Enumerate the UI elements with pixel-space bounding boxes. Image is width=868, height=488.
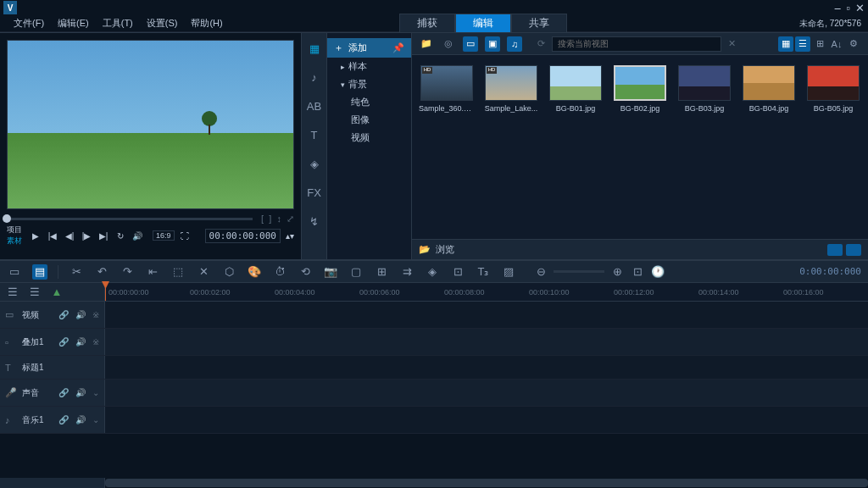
view-thumb-icon[interactable]: ▦ (778, 36, 793, 52)
fit-icon[interactable]: ⊡ (630, 264, 645, 280)
track-title-header[interactable]: T 标题1 (0, 356, 105, 379)
volume-button[interactable]: 🔊 (131, 229, 144, 242)
category-transition-icon[interactable]: AB (306, 97, 323, 114)
goto-start-button[interactable]: |◀ (46, 229, 59, 242)
import-folder-icon[interactable]: 📁 (419, 36, 434, 52)
prev-frame-button[interactable]: ◀| (63, 229, 76, 242)
timeline-view-icon[interactable]: ▤ (32, 264, 47, 280)
crop-icon[interactable]: ⊞ (374, 264, 389, 280)
footer-btn-2[interactable] (846, 244, 861, 256)
menu-edit[interactable]: 编辑(E) (51, 15, 96, 31)
category-graphic-icon[interactable]: ◈ (306, 155, 323, 172)
options-icon[interactable]: ⚙ (846, 36, 861, 52)
thumbnail-item[interactable]: BG-B05.jpg (805, 65, 861, 113)
tree-item-image[interactable]: 图像 (327, 111, 411, 129)
chroma-icon[interactable]: ▢ (348, 264, 364, 280)
next-frame-button[interactable]: |▶ (80, 229, 93, 242)
fullscreen-button[interactable]: ⛶ (178, 229, 192, 242)
loop-button[interactable]: ↻ (114, 229, 127, 242)
motion-icon[interactable]: ⇉ (399, 264, 415, 280)
thumbnail-item[interactable]: BG-B04.jpg (741, 65, 797, 113)
menu-file[interactable]: 文件(F) (7, 15, 51, 31)
goto-end-button[interactable]: ▶| (97, 229, 110, 242)
pin-icon[interactable]: 📌 (392, 42, 404, 53)
mode-share[interactable]: 共享 (511, 14, 567, 33)
reverse-icon[interactable]: ⟲ (298, 264, 313, 280)
search-input[interactable] (552, 36, 721, 52)
tree-item-video[interactable]: 视频 (327, 129, 411, 147)
zoom-in-icon[interactable]: ⊕ (609, 264, 625, 280)
minimize-button[interactable]: ‒ (834, 2, 841, 14)
multicam-icon[interactable]: ▨ (501, 264, 516, 280)
thumbnail-item[interactable]: BG-B02.jpg (612, 65, 668, 113)
view-list-icon[interactable]: ☰ (795, 36, 810, 52)
track-overlay-content[interactable] (105, 329, 868, 355)
track-motion-icon[interactable]: ⊡ (450, 264, 465, 280)
close-button[interactable]: ✕ (855, 2, 865, 14)
clear-search-icon[interactable]: ✕ (728, 38, 736, 49)
browse-label[interactable]: 浏览 (436, 243, 454, 256)
filter-audio-icon[interactable]: ♫ (507, 36, 522, 52)
import-record-icon[interactable]: ◎ (441, 36, 456, 52)
filter-all-icon[interactable]: ▭ (463, 36, 478, 52)
storyboard-view-icon[interactable]: ▭ (7, 264, 22, 280)
category-fx-icon[interactable]: FX (306, 184, 323, 201)
thumbnail-item[interactable]: BG-B01.jpg (548, 65, 604, 113)
menu-settings[interactable]: 设置(S) (140, 15, 185, 31)
mark-in-icon[interactable]: ⇤ (145, 264, 160, 280)
mode-capture[interactable]: 捕获 (399, 14, 455, 33)
track-toggle-2-icon[interactable]: ☰ (27, 285, 42, 300)
zoom-out-icon[interactable]: ⊖ (533, 264, 548, 280)
record-icon[interactable]: ⬚ (170, 264, 186, 280)
track-music-content[interactable] (105, 407, 868, 433)
preview-display[interactable] (7, 40, 294, 209)
tool-select-icon[interactable]: ✂ (69, 264, 84, 280)
snapshot-icon[interactable]: 📷 (323, 264, 338, 280)
timeline-ruler[interactable]: 00:00:00:00 00:00:02:00 00:00:04:00 00:0… (105, 283, 868, 301)
category-title-icon[interactable]: T (306, 126, 323, 143)
category-media-icon[interactable]: ▦ (306, 40, 323, 57)
playhead[interactable] (105, 283, 106, 301)
track-video-content[interactable] (105, 302, 868, 328)
tree-item-solid-color[interactable]: 纯色 (327, 93, 411, 111)
menu-tools[interactable]: 工具(T) (96, 15, 140, 31)
library-add-button[interactable]: ＋ 添加 📌 (327, 38, 411, 58)
track-overlay-header[interactable]: ▫ 叠加1 🔗🔊※ (0, 329, 105, 355)
view-detail-icon[interactable]: ⊞ (812, 36, 827, 52)
menu-help[interactable]: 帮助(H) (184, 15, 229, 31)
track-voice-header[interactable]: 🎤 声音 🔗🔊⌄ (0, 380, 105, 406)
preview-mode-clip[interactable]: 素材 (7, 236, 22, 247)
track-title-content[interactable] (105, 356, 868, 379)
preview-mode-project[interactable]: 项目 (7, 225, 22, 236)
aspect-ratio[interactable]: 16:9 (153, 230, 175, 241)
track-video-header[interactable]: ▭ 视频 🔗🔊※ (0, 302, 105, 328)
zoom-slider[interactable] (554, 270, 604, 273)
tree-item-sample[interactable]: 样本 (327, 58, 411, 75)
pan-zoom-icon[interactable]: ◈ (425, 264, 440, 280)
duration-icon[interactable]: 🕐 (650, 264, 665, 280)
filter-image-icon[interactable]: ▣ (485, 36, 500, 52)
sort-icon[interactable]: A↓ (829, 36, 844, 52)
thumbnail-item[interactable]: BG-B03.jpg (676, 65, 732, 113)
timeline-scrollbar[interactable] (0, 478, 868, 488)
marker-icon[interactable]: ⬡ (221, 264, 236, 280)
timecode-display[interactable]: 00:00:00:000 (205, 229, 281, 243)
track-music-header[interactable]: ♪ 音乐1 🔗🔊⌄ (0, 407, 105, 433)
category-path-icon[interactable]: ↯ (306, 213, 323, 230)
split-icon[interactable]: ✕ (196, 264, 211, 280)
thumbnail-item[interactable]: HD Sample_360.m... (419, 65, 475, 113)
color-icon[interactable]: 🎨 (247, 264, 262, 280)
mode-edit[interactable]: 编辑 (455, 14, 511, 33)
category-audio-icon[interactable]: ♪ (306, 69, 323, 86)
browse-folder-icon[interactable]: 📂 (419, 244, 431, 255)
track-voice-content[interactable] (105, 380, 868, 406)
play-button[interactable]: ▶ (29, 229, 42, 242)
redo-icon[interactable]: ↷ (120, 264, 135, 280)
thumbnail-item[interactable]: HD Sample_Lake... (483, 65, 539, 113)
tree-item-background[interactable]: 背景 (327, 75, 411, 93)
track-toggle-3-icon[interactable]: ▲ (49, 285, 64, 300)
undo-icon[interactable]: ↶ (94, 264, 109, 280)
3d-title-icon[interactable]: T₃ (476, 264, 491, 280)
maximize-button[interactable]: ▫ (846, 2, 850, 14)
track-toggle-1-icon[interactable]: ☰ (5, 285, 20, 300)
